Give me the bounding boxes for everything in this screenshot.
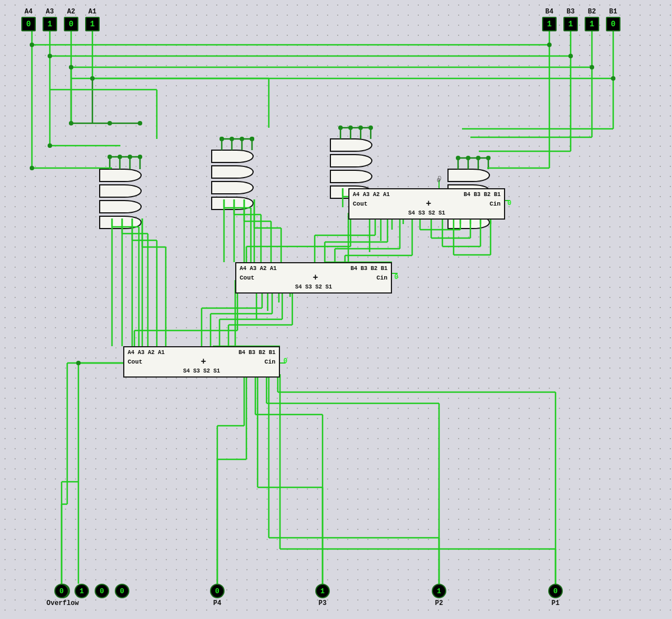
input-b2-label: B2: [588, 8, 596, 16]
output-overflow2: 0: [54, 584, 69, 598]
input-b2-box[interactable]: 1: [585, 17, 599, 31]
adder-block-2: A4 A3 A2 A1 B4 B3 B2 B1 Cout + Cin S4 S3…: [235, 262, 392, 294]
input-b1[interactable]: B1 0: [606, 8, 620, 31]
p1-label: P1: [552, 599, 559, 607]
p4-label: P4: [213, 599, 221, 607]
overflow-label: Overflow: [46, 599, 79, 607]
input-a3-box[interactable]: 1: [43, 17, 57, 31]
input-b3[interactable]: B3 1: [563, 8, 578, 31]
p3-label: P3: [319, 599, 326, 607]
cin-top-label: 0: [437, 177, 441, 184]
output-p4-extra2: 0: [95, 584, 109, 598]
input-b1-box[interactable]: 0: [606, 17, 620, 31]
input-a4-box[interactable]: 0: [21, 17, 36, 31]
output-p4: 0 P4: [210, 584, 225, 607]
input-a3-label: A3: [46, 8, 54, 16]
input-a1-box[interactable]: 1: [85, 17, 100, 31]
input-a4-label: A4: [25, 8, 32, 16]
input-b4-box[interactable]: 1: [542, 17, 557, 31]
input-b4-label: B4: [545, 8, 553, 16]
input-b2[interactable]: B2 1: [585, 8, 599, 31]
input-a2-label: A2: [67, 8, 75, 16]
p4-circle: 0: [210, 584, 225, 598]
output-p1: 0 P1: [548, 584, 563, 607]
adder2-cin-val: 0: [394, 273, 398, 281]
p4-extra3-circle: 0: [115, 584, 129, 598]
input-b3-label: B3: [567, 8, 575, 16]
adder-block-1: A4 A3 A2 A1 B4 B3 B2 B1 Cout + Cin S4 S3…: [123, 346, 280, 378]
input-a1[interactable]: A1 1: [85, 8, 100, 31]
output-p3: 1 P3: [315, 584, 330, 607]
adder3-cin-val: 0: [507, 199, 511, 207]
adder-block-3: A4 A3 A2 A1 B4 B3 B2 B1 Cout + Cin S4 S3…: [348, 188, 505, 220]
output-p2: 1 P2: [432, 584, 446, 607]
input-a2-box[interactable]: 0: [64, 17, 78, 31]
input-a1-label: A1: [88, 8, 96, 16]
input-b1-label: B1: [609, 8, 617, 16]
input-a2[interactable]: A2 0: [64, 8, 78, 31]
p1-circle: 0: [548, 584, 563, 598]
input-b3-box[interactable]: 1: [563, 17, 578, 31]
overflow2-circle: 0: [54, 584, 69, 598]
p4-extra-circle: 1: [74, 584, 89, 598]
output-p4-extra: 1: [74, 584, 89, 598]
p4-extra2-circle: 0: [95, 584, 109, 598]
p2-circle: 1: [432, 584, 446, 598]
output-p4-extra3: 0: [115, 584, 129, 598]
input-b4[interactable]: B4 1: [542, 8, 557, 31]
p2-label: P2: [435, 599, 443, 607]
p3-circle: 1: [315, 584, 330, 598]
input-a4[interactable]: A4 0: [21, 8, 36, 31]
input-a3[interactable]: A3 1: [43, 8, 57, 31]
adder1-cin-val: 0: [283, 357, 287, 365]
